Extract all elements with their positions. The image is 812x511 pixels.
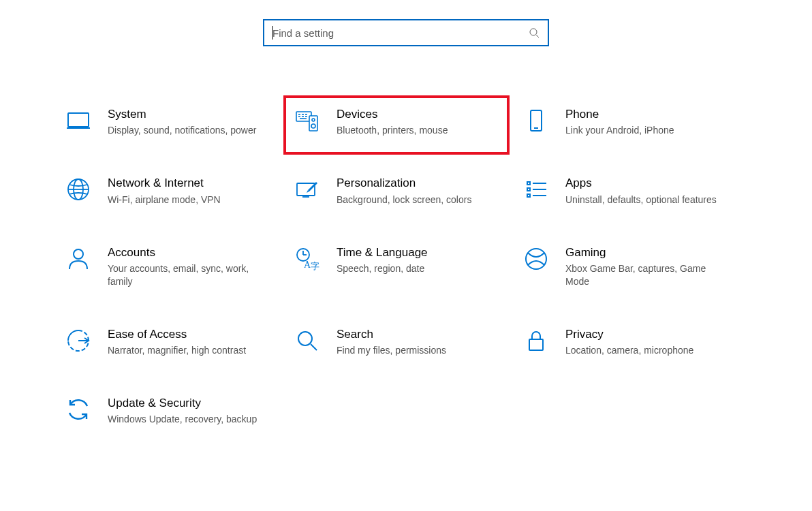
tile-desc: Wi-Fi, airplane mode, VPN bbox=[108, 193, 270, 206]
tile-text: Devices Bluetooth, printers, mouse bbox=[337, 108, 512, 137]
svg-line-37 bbox=[311, 344, 317, 350]
tile-title: Ease of Access bbox=[108, 328, 270, 341]
tile-text: Network & Internet Wi-Fi, airplane mode,… bbox=[108, 176, 283, 206]
ease-of-access-icon bbox=[65, 328, 91, 354]
tile-apps[interactable]: Apps Uninstall, defaults, optional featu… bbox=[520, 171, 749, 211]
tile-phone[interactable]: Phone Link your Android, iPhone bbox=[520, 102, 749, 142]
tile-desc: Windows Update, recovery, backup bbox=[108, 413, 270, 426]
tile-text: Phone Link your Android, iPhone bbox=[565, 108, 741, 137]
tile-text: Search Find my files, permissions bbox=[337, 328, 512, 357]
phone-icon bbox=[523, 108, 549, 134]
tile-desc: Find my files, permissions bbox=[337, 344, 499, 357]
settings-grid: System Display, sound, notifications, po… bbox=[0, 46, 812, 431]
text-cursor bbox=[272, 26, 273, 40]
svg-point-36 bbox=[298, 332, 312, 345]
tile-search[interactable]: Search Find my files, permissions bbox=[292, 322, 520, 362]
tile-accounts[interactable]: Accounts Your accounts, email, sync, wor… bbox=[63, 241, 292, 294]
tile-title: Devices bbox=[337, 108, 499, 121]
svg-line-1 bbox=[536, 35, 539, 37]
svg-text:字: 字 bbox=[311, 261, 319, 271]
tile-title: Gaming bbox=[565, 246, 728, 260]
tile-text: Gaming Xbox Game Bar, captures, Game Mod… bbox=[565, 246, 741, 288]
tile-text: Time & Language Speech, region, date bbox=[337, 246, 512, 275]
tile-title: Search bbox=[337, 328, 499, 341]
tile-update-security[interactable]: Update & Security Windows Update, recove… bbox=[63, 391, 292, 431]
tile-title: Accounts bbox=[108, 246, 270, 260]
tile-desc: Your accounts, email, sync, work, family bbox=[108, 262, 270, 288]
tile-personalization[interactable]: Personalization Background, lock screen,… bbox=[292, 171, 520, 211]
personalization-icon bbox=[294, 176, 320, 202]
globe-icon bbox=[65, 176, 91, 202]
tile-devices[interactable]: Devices Bluetooth, printers, mouse bbox=[292, 102, 520, 142]
tile-title: System bbox=[108, 108, 270, 121]
tile-desc: Link your Android, iPhone bbox=[565, 124, 728, 137]
gaming-icon bbox=[523, 246, 549, 272]
tile-desc: Xbox Game Bar, captures, Game Mode bbox=[565, 262, 728, 288]
system-icon bbox=[65, 108, 91, 134]
magnifier-icon bbox=[294, 328, 320, 354]
search-box[interactable] bbox=[263, 19, 549, 46]
tile-desc: Narrator, magnifier, high contrast bbox=[108, 344, 270, 357]
svg-point-28 bbox=[74, 249, 83, 259]
tile-text: System Display, sound, notifications, po… bbox=[108, 108, 283, 137]
tile-gaming[interactable]: Gaming Xbox Game Bar, captures, Game Mod… bbox=[520, 241, 749, 294]
tile-title: Time & Language bbox=[337, 246, 499, 260]
tile-text: Apps Uninstall, defaults, optional featu… bbox=[565, 176, 741, 206]
tile-text: Update & Security Windows Update, recove… bbox=[108, 397, 283, 426]
svg-point-0 bbox=[530, 29, 537, 35]
tile-system[interactable]: System Display, sound, notifications, po… bbox=[63, 102, 292, 142]
lock-icon bbox=[523, 328, 549, 354]
tile-desc: Uninstall, defaults, optional features bbox=[565, 193, 728, 206]
tile-desc: Bluetooth, printers, mouse bbox=[337, 124, 499, 137]
tile-desc: Background, lock screen, colors bbox=[337, 193, 499, 206]
apps-icon bbox=[523, 176, 549, 202]
tile-desc: Display, sound, notifications, power bbox=[108, 124, 270, 137]
tile-network[interactable]: Network & Internet Wi-Fi, airplane mode,… bbox=[63, 171, 292, 211]
update-icon bbox=[65, 397, 91, 422]
tile-title: Privacy bbox=[565, 328, 728, 341]
tile-text: Ease of Access Narrator, magnifier, high… bbox=[108, 328, 283, 357]
svg-rect-2 bbox=[68, 113, 89, 127]
tile-privacy[interactable]: Privacy Location, camera, microphone bbox=[520, 322, 749, 362]
person-icon bbox=[65, 246, 91, 272]
svg-rect-38 bbox=[529, 339, 543, 350]
tile-ease-of-access[interactable]: Ease of Access Narrator, magnifier, high… bbox=[63, 322, 292, 362]
svg-point-34 bbox=[526, 249, 546, 269]
search-container bbox=[0, 0, 812, 46]
tile-title: Personalization bbox=[337, 176, 499, 190]
tile-text: Personalization Background, lock screen,… bbox=[337, 176, 512, 206]
svg-rect-24 bbox=[527, 188, 530, 191]
tile-text: Accounts Your accounts, email, sync, wor… bbox=[108, 246, 283, 288]
tile-title: Phone bbox=[565, 108, 728, 121]
tile-desc: Speech, region, date bbox=[337, 262, 499, 275]
search-icon bbox=[529, 27, 540, 38]
tile-time-language[interactable]: A 字 Time & Language Speech, region, date bbox=[292, 241, 520, 294]
svg-rect-20 bbox=[297, 183, 315, 196]
tile-text: Privacy Location, camera, microphone bbox=[565, 328, 741, 357]
tile-title: Apps bbox=[565, 176, 728, 190]
tile-title: Network & Internet bbox=[108, 176, 270, 190]
tile-title: Update & Security bbox=[108, 397, 270, 410]
svg-rect-26 bbox=[527, 194, 530, 197]
devices-icon bbox=[294, 108, 320, 134]
search-input[interactable] bbox=[272, 27, 529, 39]
tile-desc: Location, camera, microphone bbox=[565, 344, 728, 357]
svg-rect-22 bbox=[527, 182, 530, 185]
time-language-icon: A 字 bbox=[294, 246, 320, 272]
